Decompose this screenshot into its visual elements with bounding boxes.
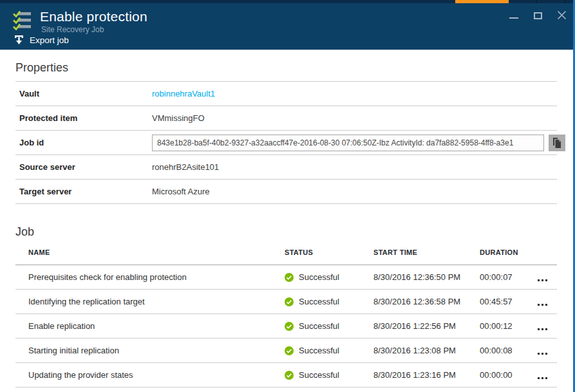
task-status-label: Successful [299, 346, 339, 355]
task-status: Successful [285, 370, 373, 380]
task-start-time: 8/30/2016 1:23:16 PM [373, 370, 480, 380]
property-value-target-server: Microsoft Azure [152, 187, 557, 196]
success-check-icon [285, 322, 294, 331]
job-task-row: Starting initial replication Successful … [15, 339, 557, 363]
task-status: Successful [285, 346, 373, 355]
ellipsis-icon [538, 304, 547, 306]
property-value-protected-item: VMmissingFO [152, 113, 557, 123]
task-status-label: Successful [299, 272, 339, 282]
ellipsis-icon [538, 279, 547, 281]
column-header-duration: DURATION [480, 248, 538, 256]
task-name: Starting initial replication [15, 346, 285, 355]
property-row-protected-item: Protected item VMmissingFO [15, 106, 557, 131]
task-duration: 00:45:57 [480, 297, 538, 306]
task-name: Prerequisites check for enabling protect… [15, 272, 285, 282]
task-status: Successful [285, 272, 373, 282]
blade-body: Properties Vault robinnehraVault1 Protec… [0, 50, 575, 387]
page-subtitle: Site Recovery Job [40, 25, 147, 34]
export-job-label: Export job [30, 35, 69, 45]
task-status-label: Successful [299, 370, 339, 380]
task-menu-button[interactable] [538, 322, 557, 330]
task-menu-button[interactable] [538, 371, 557, 379]
task-status-label: Successful [299, 297, 339, 306]
ellipsis-icon [538, 328, 547, 330]
blade-header: Enable protection Site Recovery Job Expo… [0, 3, 575, 50]
table-header-row: NAME STATUS START TIME DURATION [15, 240, 557, 265]
export-download-icon [14, 35, 24, 46]
property-label-target-server: Target server [15, 187, 152, 196]
task-menu-button[interactable] [538, 274, 557, 281]
column-header-status: STATUS [285, 248, 373, 256]
minimize-icon [509, 17, 518, 19]
property-row-vault: Vault robinnehraVault1 [15, 82, 557, 106]
checklist-icon [13, 10, 32, 31]
property-value-wrap [152, 135, 565, 151]
property-row-target-server: Target server Microsoft Azure [15, 180, 557, 204]
property-label-vault: Vault [15, 89, 152, 98]
task-duration: 00:00:12 [480, 321, 538, 331]
ellipsis-icon [538, 377, 547, 379]
job-task-row: Enable replication Successful 8/30/2016 … [15, 314, 557, 339]
task-duration: 00:00:07 [480, 272, 538, 282]
success-check-icon [285, 346, 294, 355]
task-start-time: 8/30/2016 12:36:58 PM [373, 297, 480, 306]
property-label-protected-item: Protected item [15, 113, 152, 123]
task-status: Successful [285, 321, 373, 331]
site-recovery-job-window: Enable protection Site Recovery Job Expo… [0, 0, 575, 392]
close-icon [557, 10, 567, 20]
vault-link[interactable]: robinnehraVault1 [152, 89, 215, 98]
toolbar: Export job [0, 33, 71, 47]
property-value-wrap: robinnehraVault1 [152, 89, 557, 98]
page-title: Enable protection [40, 9, 147, 24]
job-id-input[interactable] [152, 135, 544, 151]
column-header-start-time: START TIME [373, 248, 480, 256]
properties-heading: Properties [15, 50, 557, 76]
job-task-row: Updating the provider states Successful … [15, 363, 557, 387]
minimize-button[interactable] [509, 9, 519, 21]
task-name: Identifying the replication target [15, 297, 285, 306]
task-menu-button[interactable] [538, 347, 557, 355]
maximize-icon [534, 12, 542, 19]
window-controls [509, 9, 567, 21]
copy-icon [552, 138, 561, 148]
job-task-table: NAME STATUS START TIME DURATION Prerequi… [15, 240, 557, 387]
property-label-source-server: Source server [15, 162, 152, 172]
task-name: Enable replication [15, 321, 285, 331]
job-heading: Job [15, 223, 557, 240]
maximize-button[interactable] [533, 9, 543, 21]
export-job-button[interactable]: Export job [14, 33, 71, 47]
task-start-time: 8/30/2016 1:22:56 PM [373, 321, 480, 331]
task-menu-button[interactable] [538, 298, 557, 306]
success-check-icon [285, 297, 294, 306]
job-task-row: Prerequisites check for enabling protect… [15, 265, 557, 290]
task-duration: 00:00:00 [480, 370, 538, 380]
column-header-name: NAME [15, 248, 285, 256]
task-name: Updating the provider states [15, 370, 285, 380]
task-status: Successful [285, 297, 373, 306]
copy-button[interactable] [549, 135, 565, 151]
task-start-time: 8/30/2016 1:23:08 PM [373, 346, 480, 355]
success-check-icon [285, 371, 294, 380]
title-block: Enable protection Site Recovery Job [40, 9, 147, 34]
task-status-label: Successful [299, 321, 339, 331]
ellipsis-icon [538, 353, 547, 355]
task-start-time: 8/30/2016 12:36:50 PM [373, 272, 480, 282]
property-row-source-server: Source server ronehrB2Asite101 [15, 155, 557, 180]
property-row-job-id: Job id [15, 131, 557, 155]
task-duration: 00:00:08 [480, 346, 538, 355]
title-row: Enable protection Site Recovery Job [0, 3, 575, 34]
success-check-icon [285, 273, 294, 282]
job-task-row: Identifying the replication target Succe… [15, 290, 557, 314]
properties-list: Vault robinnehraVault1 Protected item VM… [15, 81, 557, 204]
close-button[interactable] [556, 9, 567, 21]
property-value-source-server: ronehrB2Asite101 [152, 162, 557, 172]
property-label-job-id: Job id [15, 138, 152, 147]
